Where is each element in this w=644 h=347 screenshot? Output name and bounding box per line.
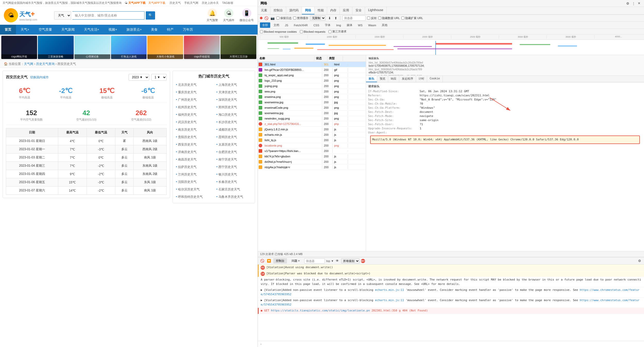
filter-js[interactable]: JS [283,23,291,28]
list-item[interactable]: 福州历史天气 [176,112,211,118]
list-item[interactable]: 兰州历史天气 [176,172,211,177]
import-har-button[interactable]: ⬆ [333,16,338,20]
close-devtools-button[interactable]: × [637,1,641,6]
tab-console[interactable]: 控制台 [270,7,286,14]
list-item[interactable]: 杭州历史天气 [176,104,211,110]
breadcrumb-history[interactable]: 历史天气查询 [36,62,55,66]
preserve-log-checkbox[interactable]: 保留日志 [276,16,292,20]
hide-data-url-checkbox[interactable]: 隐藏数据 URL [378,16,400,20]
nav-calendar[interactable]: 万年历 [178,25,198,35]
console-clear-btn[interactable]: 🚫 [260,259,265,263]
list-item[interactable]: 昆明历史天气 [216,134,252,140]
list-item[interactable]: 长沙历史天气 [216,119,252,125]
filter-all[interactable]: 全部 [260,22,270,28]
nav-video[interactable]: 视频+ [104,25,122,35]
list-item[interactable]: 西宁历史天气 [216,164,252,170]
network-row[interactable]: lishi_tq.js 200 js [258,138,366,143]
banner-4[interactable]: 打鱼达人游戏 [111,36,147,59]
console-filter-btn[interactable]: 🔽 [267,259,271,263]
list-item[interactable]: 石家庄历史天气 [216,187,252,192]
disable-cache-checkbox[interactable]: 禁用缓存 [293,16,308,20]
list-item[interactable]: 武汉历史天气 [176,119,211,125]
tab-memory[interactable]: 内存 [327,7,340,14]
banner-2[interactable]: 三亚旅游攻略 [38,36,74,59]
detail-tab-timing[interactable]: 计时 [416,76,427,82]
filter-css[interactable]: CSS [311,23,322,28]
detail-tab-cookies[interactable]: Cookie [427,76,443,82]
capture-screenshot-button[interactable]: 📷 [270,16,275,20]
network-row[interactable]: v1/?param=https://lishi.tian... 200 [258,148,366,154]
invert-checkbox[interactable]: 反转 [367,16,377,20]
tab-sources[interactable]: 源代码 [286,7,302,14]
console-eye-btn[interactable]: 👁 [335,259,340,263]
list-item[interactable]: 合肥历史天气 [216,149,252,155]
tab-security[interactable]: 安全 [352,7,365,14]
list-item[interactable]: 乌鲁木齐历史天气 [216,194,252,200]
list-item[interactable]: 南昌历史天气 [176,157,211,163]
list-item[interactable]: 沈阳历史天气 [176,179,211,185]
tab-elements[interactable]: 元素 [258,7,270,14]
list-item[interactable]: 海口历史天气 [216,112,252,118]
chromestatus-link-1[interactable]: https://www.chromestatus.com/feature/574… [261,288,639,296]
list-item[interactable]: 上海历史天气 [216,82,252,88]
today-link[interactable]: 历史上的今天 [202,1,219,4]
banner-1[interactable]: csgo网站开箱 [1,36,37,59]
network-row[interactable]: jQuery.1.8.2.min.js 200 js [258,127,366,132]
list-item[interactable]: 贵阳历史天气 [176,134,211,140]
filter-img[interactable]: Img [334,23,343,28]
list-item[interactable]: 天津历史天气 [216,89,252,95]
network-row[interactable]: dv0hid.js?rmelVnuo=j 200 js [258,159,366,165]
list-item[interactable]: 拉萨历史天气 [176,164,211,170]
banner-6[interactable]: csgo开箱提现 [184,36,220,59]
network-row[interactable]: wxerweima.jpg 200 jpg [258,100,366,105]
nav-home[interactable]: 首页 [0,25,16,35]
list-item[interactable]: 长春历史天气 [216,179,252,185]
chromestatus-link-2[interactable]: https://www.chromestatus.com/feature/574… [261,299,639,306]
filter-media[interactable]: 媒体 [344,22,355,28]
tab-lighthouse[interactable]: Lighthouse [365,7,387,14]
list-item[interactable]: 呼和浩特历史天气 [176,194,211,200]
network-row[interactable]: wxerweima.jpg 200 jpg [258,111,366,116]
tab-application[interactable]: 应用 [340,7,352,14]
search-button[interactable]: 🔍 [146,11,155,20]
record-button[interactable] [260,17,262,19]
nav-life[interactable]: 天气生活+ [79,25,104,35]
network-file-list[interactable]: 301.html 301 html hm.gif?hca=2D70DFBEBB9… [258,62,366,251]
wechat-icon-item[interactable]: 📱 微信公众号 [240,9,254,22]
weather-warning-icon-item[interactable]: 🔔 天气预警 [207,9,218,22]
clear-button[interactable]: 🚫 [264,16,269,20]
network-row[interactable]: nlzg4w.js?niahrjqk=r 200 js [258,165,366,170]
switch-city-link[interactable]: 切换国内城市 [30,75,49,80]
console-filter-input[interactable] [304,258,325,264]
filter-fetch[interactable]: Fetch/XHR [292,23,310,28]
nav-news[interactable]: 天气新闻 [57,25,79,35]
nav-air[interactable]: 空气质量 [34,25,57,35]
tag-link[interactable]: TAG标签 [222,1,233,4]
list-item[interactable]: 成都历史天气 [216,127,252,133]
hide-extension-url-checkbox[interactable]: 隐藏扩展 URL [401,16,423,20]
list-item[interactable]: 南京历史天气 [176,127,211,133]
network-row[interactable]: erweima.png 200 png [258,94,366,100]
error-url-link[interactable]: https://staticls.tianqistatic.com/static… [271,309,370,312]
network-row[interactable]: locationle.png 200 png [258,143,366,148]
filter-font[interactable]: 字体 [323,22,333,28]
detail-tab-response[interactable]: 响应 [388,76,399,82]
filter-doc[interactable]: 文档 [271,22,282,28]
nav-tianqi[interactable]: 天气+ [16,25,34,35]
list-item[interactable]: 北京历史天气 [176,82,211,88]
network-row[interactable]: newindex_sugg.png 200 png [258,116,366,121]
tab-performance[interactable]: 性能 [315,7,327,14]
network-row[interactable]: tq_wxpic_appLoad.png 200 png [258,73,366,78]
echarts-link-2[interactable]: echarts.min.js:11 [375,299,404,302]
network-row[interactable]: hm.gif?hca=2D70DFBEBB93... 200 gif [258,67,366,73]
network-row[interactable]: yujing.png 200 png [258,83,366,89]
year-select[interactable]: 2023 ▼ [129,74,149,81]
third-party-checkbox[interactable]: 第三方请求 [328,30,346,33]
mobile-link[interactable]: 手机天气网 [184,1,198,4]
filter-wasm[interactable]: Wasm [366,23,378,28]
dock-button[interactable]: ⋮ [631,1,636,6]
history-link[interactable]: 历史天气 [170,1,181,4]
weather-plugin-icon-item[interactable]: 🌤 天气插件 [223,9,234,22]
network-row[interactable]: echarts.min.js 200 js [258,132,366,138]
console-tab-issues[interactable]: 问题 + [289,258,302,264]
